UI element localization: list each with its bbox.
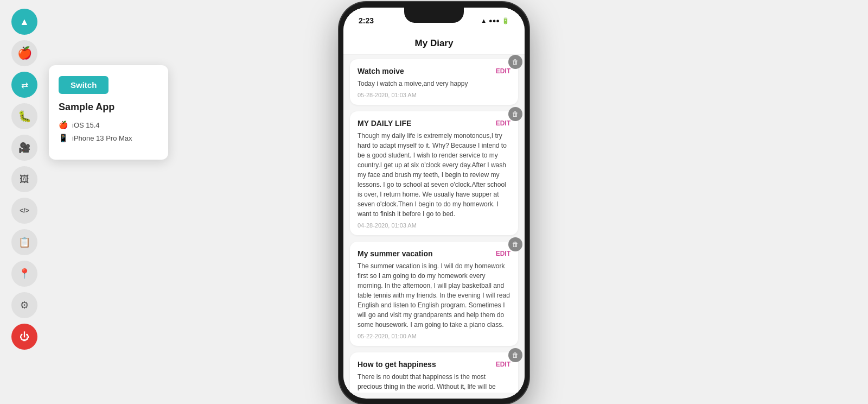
diary-date: 05-28-2020, 01:03 AM bbox=[358, 92, 510, 98]
diary-body: Though my daily life is extremely monoto… bbox=[358, 131, 510, 219]
diary-entry-header: My summer vacation EDIT bbox=[358, 249, 510, 258]
diary-delete-button[interactable]: 🗑 bbox=[508, 107, 522, 121]
signal-icon: ●●● bbox=[489, 17, 500, 24]
diary-delete-button[interactable]: 🗑 bbox=[508, 348, 522, 362]
wifi-icon: ▲ bbox=[481, 17, 487, 24]
diary-edit-button[interactable]: EDIT bbox=[496, 361, 510, 368]
status-bar: 2:23 ▲ ●●● 🔋 bbox=[343, 8, 525, 34]
app-header: My Diary bbox=[343, 34, 525, 55]
diary-date: 04-28-2020, 01:03 AM bbox=[358, 222, 510, 229]
diary-body: The summer vacation is ing. I will do my… bbox=[358, 261, 510, 330]
phone-area: 2:23 ▲ ●●● 🔋 My Diary 🗑 Watch moive EDIT… bbox=[339, 0, 529, 404]
switch-popup-button[interactable]: Switch bbox=[59, 76, 108, 94]
diary-entry: 🗑 My summer vacation EDIT The summer vac… bbox=[350, 242, 518, 346]
popup-ios-label: iOS 15.4 bbox=[72, 121, 100, 129]
popup-device-label: iPhone 13 Pro Max bbox=[72, 134, 132, 142]
diary-body: Today i watch a moive,and very happy bbox=[358, 79, 510, 89]
diary-entry: 🗑 MY DAILY LIFE EDIT Though my daily lif… bbox=[350, 111, 518, 235]
sidebar: ▲ 🍎 ⇄ 🐛 🎥 🖼 </> 📋 📍 ⚙ ⏻ bbox=[0, 0, 49, 404]
phone-notch bbox=[404, 8, 464, 23]
power-button[interactable]: ⏻ bbox=[11, 324, 37, 350]
phone-screen: 2:23 ▲ ●●● 🔋 My Diary 🗑 Watch moive EDIT… bbox=[343, 8, 525, 399]
bug-button[interactable]: 🐛 bbox=[11, 103, 37, 129]
diary-date: 05-22-2020, 01:00 AM bbox=[358, 333, 510, 339]
device-icon: 📱 bbox=[59, 134, 68, 142]
status-icons: ▲ ●●● 🔋 bbox=[481, 17, 509, 24]
diary-entry-header: How to get happiness EDIT bbox=[358, 360, 510, 369]
switch-button[interactable]: ⇄ bbox=[11, 72, 37, 98]
battery-icon: 🔋 bbox=[502, 17, 509, 24]
popup-app-name: Sample App bbox=[59, 102, 158, 113]
diary-body: There is no doubt that happiness is the … bbox=[358, 372, 510, 392]
diary-entry: 🗑 How to get happiness EDIT There is no … bbox=[350, 352, 518, 393]
popup-ios-row: 🍎 iOS 15.4 bbox=[59, 121, 158, 129]
app-title: My Diary bbox=[343, 38, 525, 49]
doc-button[interactable]: 📋 bbox=[11, 229, 37, 255]
status-time: 2:23 bbox=[359, 16, 374, 25]
settings-button[interactable]: ⚙ bbox=[11, 292, 37, 318]
diary-edit-button[interactable]: EDIT bbox=[496, 67, 510, 75]
popup-device-row: 📱 iPhone 13 Pro Max bbox=[59, 134, 158, 142]
video-button[interactable]: 🎥 bbox=[11, 135, 37, 161]
diary-entry: 🗑 Watch moive EDIT Today i watch a moive… bbox=[350, 59, 518, 105]
apple-icon: 🍎 bbox=[59, 121, 68, 129]
diary-title: My summer vacation bbox=[358, 249, 433, 258]
diary-delete-button[interactable]: 🗑 bbox=[508, 55, 522, 69]
popup-card: Switch Sample App 🍎 iOS 15.4 📱 iPhone 13… bbox=[49, 65, 168, 160]
diary-edit-button[interactable]: EDIT bbox=[496, 250, 510, 257]
navigate-up-button[interactable]: ▲ bbox=[11, 9, 37, 35]
code-button[interactable]: </> bbox=[11, 198, 37, 224]
diary-title: How to get happiness bbox=[358, 360, 436, 369]
diary-entry-header: MY DAILY LIFE EDIT bbox=[358, 119, 510, 128]
image-button[interactable]: 🖼 bbox=[11, 166, 37, 192]
diary-title: Watch moive bbox=[358, 67, 404, 75]
diary-edit-button[interactable]: EDIT bbox=[496, 119, 510, 127]
diary-list[interactable]: 🗑 Watch moive EDIT Today i watch a moive… bbox=[343, 55, 525, 393]
diary-title: MY DAILY LIFE bbox=[358, 119, 411, 128]
location-button[interactable]: 📍 bbox=[11, 261, 37, 287]
ios-button[interactable]: 🍎 bbox=[11, 40, 37, 66]
phone-frame: 2:23 ▲ ●●● 🔋 My Diary 🗑 Watch moive EDIT… bbox=[339, 2, 529, 404]
diary-delete-button[interactable]: 🗑 bbox=[508, 237, 522, 251]
diary-entry-header: Watch moive EDIT bbox=[358, 67, 510, 75]
